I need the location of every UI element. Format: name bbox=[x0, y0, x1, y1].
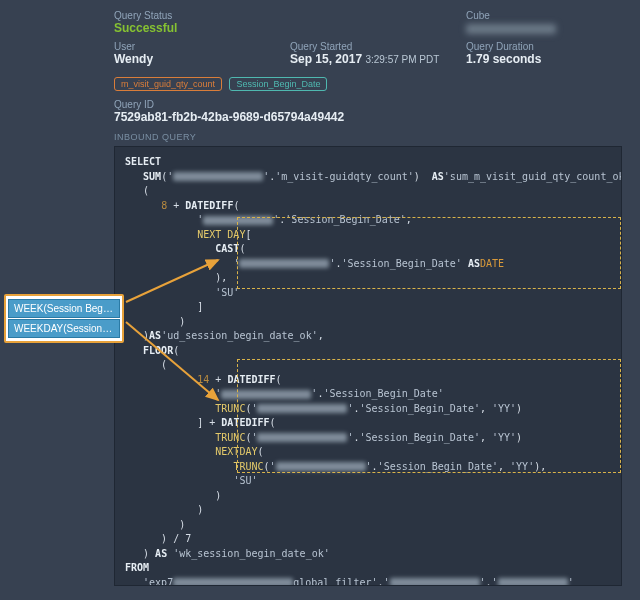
callout-weekday[interactable]: WEEKDAY(Session Be.. bbox=[8, 319, 120, 338]
duration-value: 1.79 seconds bbox=[466, 52, 622, 66]
status-label: Query Status bbox=[114, 10, 270, 21]
query-detail-panel: Query Status Successful Cube User Wendy … bbox=[100, 0, 636, 596]
status-block: Query Status Successful bbox=[114, 10, 270, 35]
tag-dimension[interactable]: Session_Begin_Date bbox=[229, 77, 327, 91]
started-value: Sep 15, 2017 3:29:57 PM PDT bbox=[290, 52, 446, 66]
status-value: Successful bbox=[114, 21, 270, 35]
section-label: INBOUND QUERY bbox=[114, 132, 622, 142]
meta-grid: Query Status Successful Cube User Wendy … bbox=[114, 10, 622, 66]
callout-panel: WEEK(Session Begin.. WEEKDAY(Session Be.… bbox=[4, 294, 124, 343]
cube-label: Cube bbox=[466, 10, 622, 21]
tag-measure[interactable]: m_visit_guid_qty_count bbox=[114, 77, 222, 91]
callout-week[interactable]: WEEK(Session Begin.. bbox=[8, 299, 120, 318]
user-block: User Wendy bbox=[114, 41, 270, 66]
started-label: Query Started bbox=[290, 41, 446, 52]
user-label: User bbox=[114, 41, 270, 52]
user-value: Wendy bbox=[114, 52, 270, 66]
cube-block: Cube bbox=[466, 10, 622, 35]
callout-group: WEEK(Session Begin.. WEEKDAY(Session Be.… bbox=[4, 294, 124, 343]
queryid-label: Query ID bbox=[114, 99, 622, 110]
highlight-box-1 bbox=[237, 217, 621, 289]
sql-code[interactable]: SELECT SUM(''.'m_visit-guidqty_count') A… bbox=[114, 146, 622, 586]
duration-label: Query Duration bbox=[466, 41, 622, 52]
tag-row: m_visit_guid_qty_count Session_Begin_Dat… bbox=[114, 76, 622, 91]
started-block: Query Started Sep 15, 2017 3:29:57 PM PD… bbox=[290, 41, 446, 66]
cube-value bbox=[466, 21, 622, 35]
queryid-value: 7529ab81-fb2b-42ba-9689-d65794a49442 bbox=[114, 110, 622, 124]
highlight-box-2 bbox=[237, 359, 621, 473]
duration-block: Query Duration 1.79 seconds bbox=[466, 41, 622, 66]
